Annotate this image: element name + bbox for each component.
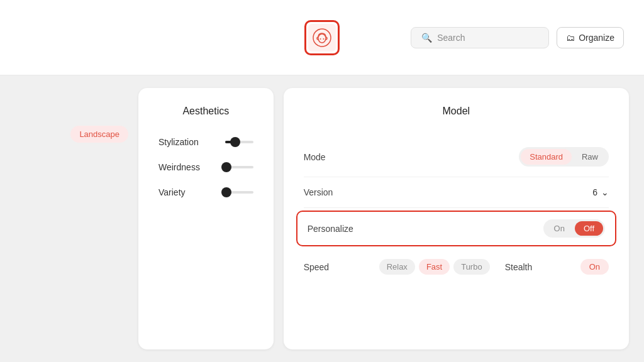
stealth-label: Stealth	[505, 262, 580, 272]
search-label: Search	[437, 33, 465, 43]
app-icon[interactable]	[304, 20, 340, 55]
organize-label: Organize	[579, 33, 614, 43]
svg-point-0	[313, 29, 331, 47]
variety-label: Variety	[158, 187, 215, 197]
aesthetics-card: Aesthetics Stylization Weirdness Variety	[138, 88, 274, 349]
weirdness-thumb[interactable]	[221, 162, 231, 172]
speed-turbo-chip[interactable]: Turbo	[453, 259, 489, 275]
speed-chips: Relax Fast Turbo	[379, 259, 490, 275]
mode-raw-chip[interactable]: Raw	[573, 149, 607, 165]
stylization-thumb[interactable]	[230, 137, 240, 147]
version-value: 6	[592, 187, 597, 197]
organize-button[interactable]: 🗂 Organize	[557, 27, 624, 48]
speed-relax-chip[interactable]: Relax	[379, 259, 415, 275]
personalize-toggle-group: On Off	[543, 219, 605, 238]
speed-fast-chip[interactable]: Fast	[419, 259, 450, 275]
version-row: Version 6 ⌄	[304, 177, 609, 208]
personalize-row: Personalize On Off	[296, 211, 616, 246]
weirdness-label: Weirdness	[158, 162, 215, 172]
version-select[interactable]: 6 ⌄	[592, 187, 609, 197]
stylization-label: Stylization	[158, 137, 215, 147]
left-panel: Landscape	[15, 88, 128, 349]
variety-track[interactable]	[225, 191, 253, 194]
mode-toggle-group: Standard Raw	[519, 147, 609, 167]
personalize-off-chip[interactable]: Off	[575, 221, 603, 236]
svg-point-2	[320, 38, 321, 40]
mode-standard-chip[interactable]: Standard	[521, 149, 572, 165]
svg-point-3	[323, 38, 325, 40]
search-bar[interactable]: 🔍 Search	[411, 27, 549, 48]
mode-controls: Standard Raw	[519, 147, 609, 167]
main-content: Landscape Aesthetics Stylization Weirdne…	[0, 75, 644, 362]
version-label: Version	[304, 187, 379, 197]
stylization-row: Stylization	[158, 137, 253, 147]
aesthetics-title: Aesthetics	[158, 106, 253, 117]
landscape-chip[interactable]: Landscape	[70, 126, 128, 143]
speed-label: Speed	[304, 262, 379, 272]
model-card: Model Mode Standard Raw Version 6 ⌄	[284, 88, 629, 349]
mode-row: Mode Standard Raw	[304, 137, 609, 177]
variety-thumb[interactable]	[221, 187, 231, 197]
search-icon: 🔍	[421, 33, 432, 43]
app-icon-inner	[308, 24, 336, 52]
personalize-controls: On Off	[543, 219, 605, 238]
model-title: Model	[304, 106, 609, 117]
stealth-controls: On	[580, 259, 609, 275]
app-logo-svg	[311, 27, 333, 48]
top-bar: 🔍 Search 🗂 Organize	[0, 0, 644, 75]
personalize-on-chip[interactable]: On	[545, 221, 574, 236]
variety-row: Variety	[158, 187, 253, 197]
folder-icon: 🗂	[566, 33, 575, 43]
version-controls: 6 ⌄	[592, 187, 609, 197]
personalize-label: Personalize	[308, 224, 383, 234]
weirdness-row: Weirdness	[158, 162, 253, 172]
landscape-label: Landscape	[79, 129, 119, 139]
speed-stealth-row: Speed Relax Fast Turbo Stealth On	[304, 249, 609, 285]
weirdness-track[interactable]	[225, 166, 253, 168]
stylization-track[interactable]	[225, 141, 253, 143]
mode-label: Mode	[304, 152, 379, 162]
stealth-on-chip[interactable]: On	[580, 259, 609, 275]
chevron-down-icon: ⌄	[601, 187, 609, 197]
